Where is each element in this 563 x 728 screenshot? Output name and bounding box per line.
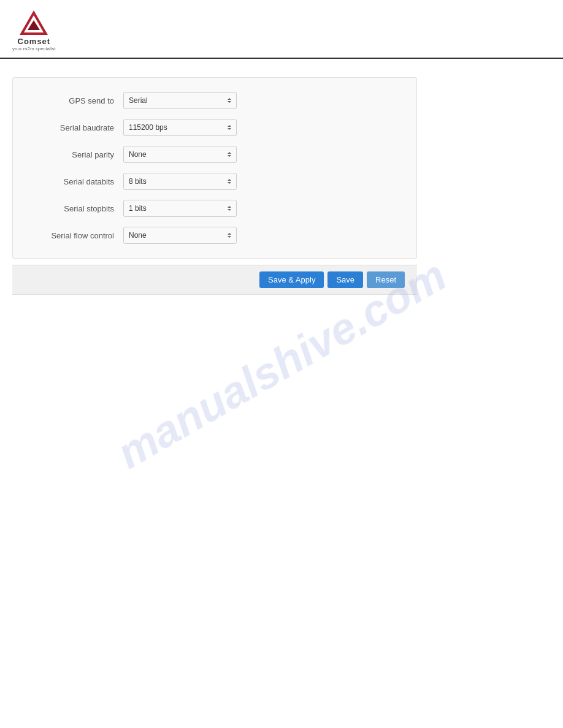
label-serial-parity: Serial parity (25, 150, 123, 159)
save-apply-button[interactable]: Save & Apply (259, 271, 324, 288)
save-button[interactable]: Save (327, 271, 363, 288)
label-serial-baudrate: Serial baudrate (25, 123, 123, 132)
label-serial-flow-control: Serial flow control (25, 231, 123, 240)
footer-bar: Save & Apply Save Reset (12, 265, 417, 295)
form-row-serial-parity: Serial parity None Even Odd (13, 141, 416, 168)
select-serial-databits[interactable]: 5 bits 6 bits 7 bits 8 bits (123, 173, 237, 190)
logo-text: Comset (18, 37, 51, 46)
logo-tagline: your m2m specialist (12, 46, 56, 51)
label-serial-stopbits: Serial stopbits (25, 204, 123, 213)
select-serial-baudrate[interactable]: 9600 bps 19200 bps 38400 bps 57600 bps 1… (123, 119, 237, 136)
form-row-serial-stopbits: Serial stopbits 1 bits 2 bits (13, 195, 416, 222)
reset-button[interactable]: Reset (367, 271, 405, 288)
page-header: Comset your m2m specialist (0, 0, 563, 59)
form-row-serial-flow-control: Serial flow control None XON/XOFF RTS/CT… (13, 222, 416, 249)
select-serial-stopbits[interactable]: 1 bits 2 bits (123, 200, 237, 217)
form-row-gps-send-to: GPS send to Serial USB TCP UDP (13, 87, 416, 114)
form-section: GPS send to Serial USB TCP UDP Serial ba… (12, 77, 417, 259)
main-content: GPS send to Serial USB TCP UDP Serial ba… (0, 59, 429, 313)
logo: Comset your m2m specialist (12, 9, 56, 51)
select-gps-send-to[interactable]: Serial USB TCP UDP (123, 92, 237, 109)
label-gps-send-to: GPS send to (25, 96, 123, 105)
form-row-serial-databits: Serial databits 5 bits 6 bits 7 bits 8 b… (13, 168, 416, 195)
select-serial-flow-control[interactable]: None XON/XOFF RTS/CTS (123, 227, 237, 244)
label-serial-databits: Serial databits (25, 177, 123, 186)
select-serial-parity[interactable]: None Even Odd (123, 146, 237, 163)
form-row-serial-baudrate: Serial baudrate 9600 bps 19200 bps 38400… (13, 114, 416, 141)
logo-icon (18, 9, 49, 37)
